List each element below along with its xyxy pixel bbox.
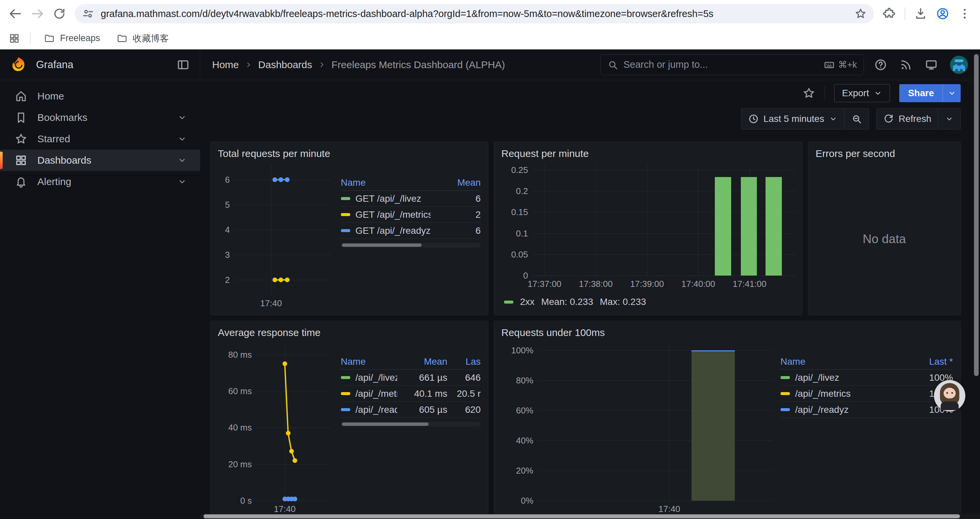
series-mean: 40.1 ms <box>397 388 447 399</box>
sidebar-item-home[interactable]: Home <box>0 86 200 107</box>
chevron-down-icon <box>829 115 838 123</box>
plot-area[interactable] <box>533 164 795 276</box>
export-label: Export <box>842 88 869 99</box>
search-box[interactable]: ⌘+k <box>600 54 864 75</box>
panel-total-requests[interactable]: Total requests per minute 65432 17:40 <box>210 142 488 315</box>
zoom-out-button[interactable] <box>844 109 869 129</box>
panel-request-per-minute[interactable]: Request per minute 0.250.20.150.10.050 1… <box>494 142 803 315</box>
series-name: /api/_/readyz <box>356 404 397 415</box>
profile-icon[interactable] <box>936 7 949 21</box>
col-header-name[interactable]: Name <box>341 177 431 188</box>
col-header-mean[interactable]: Mean <box>397 356 447 367</box>
breadcrumb-home[interactable]: Home <box>212 59 239 70</box>
legend-scrollbar[interactable] <box>341 243 480 248</box>
refresh-icon <box>883 113 894 124</box>
legend-row[interactable]: GET /api/_/metrics 2 <box>341 207 480 223</box>
grafana-app: Grafana Home Dashboards Freeleaps Metric… <box>0 50 980 519</box>
user-avatar[interactable] <box>950 56 968 74</box>
sidebar: Home Bookmarks Starred Dashboards Alerti… <box>0 80 200 519</box>
panel-title[interactable]: Request per minute <box>494 142 802 163</box>
plot-area[interactable] <box>234 164 331 295</box>
vertical-scrollbar-thumb[interactable] <box>974 54 978 376</box>
search-input[interactable] <box>624 59 818 70</box>
url-text[interactable]: grafana.mathmast.com/d/deytv4rwavabkb/fr… <box>101 8 848 19</box>
assistant-avatar[interactable] <box>934 380 965 412</box>
downloads-icon[interactable] <box>914 7 927 21</box>
col-header-mean[interactable]: Mean <box>431 177 480 188</box>
sidebar-item-dashboards[interactable]: Dashboards <box>0 150 200 171</box>
refresh-button[interactable]: Refresh <box>877 109 938 129</box>
export-button[interactable]: Export <box>834 84 890 102</box>
panel-title[interactable]: Errors per second <box>808 142 960 163</box>
col-header-name[interactable]: Name <box>781 356 903 367</box>
y-axis: 65432 <box>217 164 234 295</box>
horizontal-scrollbar-thumb[interactable] <box>204 514 960 518</box>
sidebar-item-alerting[interactable]: Alerting <box>0 171 200 192</box>
legend-table: Name Mean Las /api/_/livez 661 µs 646 <box>331 344 481 517</box>
news-rss-icon[interactable] <box>899 58 913 72</box>
reload-icon[interactable] <box>53 7 66 21</box>
plot-area[interactable] <box>256 344 331 501</box>
legend-row[interactable]: /api/_/readyz 100% <box>781 402 953 418</box>
site-settings-icon[interactable] <box>82 8 94 20</box>
series-swatch <box>781 376 790 379</box>
sidebar-item-label: Bookmarks <box>37 112 88 123</box>
forward-icon[interactable] <box>31 7 44 21</box>
line-chart: 65432 17:40 <box>217 164 331 311</box>
address-bar[interactable]: grafana.mathmast.com/d/deytv4rwavabkb/fr… <box>75 4 874 23</box>
brand-section: Grafana <box>0 50 200 80</box>
sidebar-item-bookmarks[interactable]: Bookmarks <box>0 107 200 128</box>
panel-title[interactable]: Total requests per minute <box>210 142 488 163</box>
series-swatch <box>341 197 350 200</box>
panel-errors-per-second[interactable]: Errors per second No data <box>808 142 961 315</box>
panel-average-response-time[interactable]: Average response time 80 ms60 ms40 ms20 … <box>210 321 488 519</box>
panel-title[interactable]: Requests under 100ms <box>494 321 960 342</box>
chevron-down-icon[interactable] <box>177 113 187 122</box>
back-icon[interactable] <box>9 7 22 21</box>
share-dropdown-button[interactable] <box>943 84 961 102</box>
apps-grid-icon[interactable] <box>9 33 20 44</box>
legend-row[interactable]: /api/_/readyz 605 µs 620 <box>341 402 480 418</box>
series-name[interactable]: 2xx <box>520 297 535 307</box>
legend-row[interactable]: /api/_/livez 100% <box>781 370 953 386</box>
share-button[interactable]: Share <box>899 84 943 102</box>
help-icon[interactable] <box>874 58 887 72</box>
kiosk-monitor-icon[interactable] <box>924 58 938 72</box>
refresh-interval-dropdown[interactable] <box>938 109 960 129</box>
grafana-logo[interactable] <box>10 56 27 73</box>
panel-requests-under-100ms[interactable]: Requests under 100ms 100%80%60%40%20%0% … <box>494 321 961 519</box>
bookmark-folder-blogs[interactable]: 收藏博客 <box>113 30 172 46</box>
subheader-divider <box>824 86 825 100</box>
sidebar-item-starred[interactable]: Starred <box>0 128 200 150</box>
line-chart: 80 ms60 ms40 ms20 ms0 s 17:40 <box>217 344 331 517</box>
panel-title[interactable]: Average response time <box>210 321 488 342</box>
legend-row[interactable]: GET /api/_/readyz 6 <box>341 223 480 239</box>
horizontal-scrollbar[interactable] <box>200 514 980 519</box>
legend-scrollbar[interactable] <box>341 422 480 426</box>
brand-name: Grafana <box>36 59 168 71</box>
legend-row[interactable]: /api/_/metrics 40.1 ms 20.5 r <box>341 386 480 402</box>
breadcrumb-dashboards[interactable]: Dashboards <box>258 59 312 70</box>
sidebar-toggle-icon[interactable] <box>177 58 190 72</box>
menu-kebab-icon[interactable] <box>958 7 971 21</box>
extensions-icon[interactable] <box>883 7 896 21</box>
favorite-star-icon[interactable] <box>803 87 815 99</box>
chevron-down-icon <box>945 115 954 123</box>
time-range-picker[interactable]: Last 5 minutes <box>741 109 844 129</box>
chevron-down-icon[interactable] <box>177 156 187 165</box>
chevron-down-icon[interactable] <box>177 134 187 144</box>
legend-row[interactable]: /api/_/metrics 100% <box>781 386 953 402</box>
bookmark-folder-freeleaps[interactable]: Freeleaps <box>41 30 103 46</box>
vertical-scrollbar[interactable] <box>973 50 979 519</box>
col-header-last[interactable]: Last * <box>903 356 953 367</box>
legend-row[interactable]: GET /api/_/livez 6 <box>341 191 480 207</box>
bookmark-star-icon[interactable] <box>854 8 867 20</box>
chevron-down-icon[interactable] <box>177 177 187 186</box>
col-header-last[interactable]: Las <box>447 356 480 367</box>
legend-row[interactable]: /api/_/livez 661 µs 646 <box>341 370 480 386</box>
keyboard-shortcut-hint: ⌘+k <box>824 59 857 70</box>
time-range-label: Last 5 minutes <box>764 113 824 124</box>
series-swatch <box>504 300 513 303</box>
col-header-name[interactable]: Name <box>341 356 397 367</box>
plot-area[interactable] <box>538 344 773 501</box>
